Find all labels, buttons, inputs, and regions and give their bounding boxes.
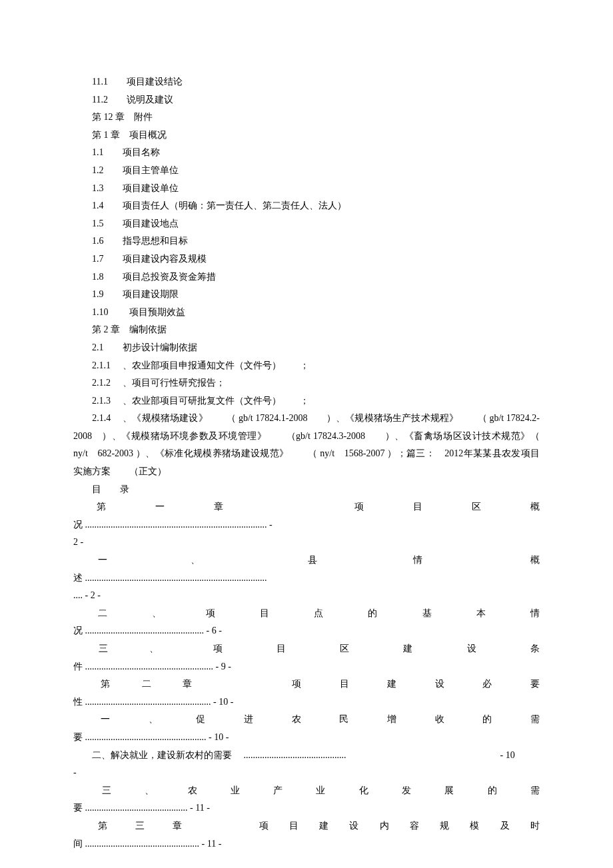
toc-entry-left: 二、解决就业，建设新农村的需要 ........................…	[73, 750, 346, 760]
toc-entry-cont: 2 -	[73, 534, 540, 552]
toc-entry: 第 三 章 项 目 建 设 内 容 规 模 及 时	[73, 817, 540, 835]
toc-line: 11.2 说明及建议	[73, 91, 540, 109]
toc-line: 1.9 项目建设期限	[73, 286, 540, 304]
toc-entry: 三 、 农 业 产 业 化 发 展 的 需	[73, 782, 540, 800]
toc-entry-cont: 要 ......................................…	[73, 729, 540, 747]
toc-entry-cont: -	[73, 764, 540, 782]
toc-entry-cont: 况 ......................................…	[73, 516, 540, 534]
toc-entry-cont: 述 ......................................…	[73, 570, 540, 588]
document-page: 11.1 项目建设结论 11.2 说明及建议 第 12 章 附件 第 1 章 项…	[0, 0, 613, 868]
toc-entry: 一 、 促 进 农 民 增 收 的 需	[73, 711, 540, 729]
toc-entry-cont: .... - 2 -	[73, 587, 540, 605]
toc-entry: 第 一 章 项 目 区 概	[73, 498, 540, 516]
toc-line: 1.5 项目建设地点	[73, 215, 540, 233]
chapter-line: 第 12 章 附件	[73, 109, 540, 127]
toc-line: 2.1.2 、项目可行性研究报告；	[73, 374, 540, 392]
toc-line: 1.3 项目建设单位	[73, 180, 540, 198]
toc-entry: 第 二 章 项 目 建 设 必 要	[73, 675, 540, 693]
toc-line: 1.6 指导思想和目标	[73, 232, 540, 250]
toc-line: 11.1 项目建设结论	[73, 73, 540, 91]
toc-line: 2.1.3 、农业部项目可研批复文件（文件号） ；	[73, 392, 540, 410]
chapter-line: 第 2 章 编制依据	[73, 321, 540, 339]
toc-heading: 目 录	[73, 481, 540, 499]
toc-line: 1.4 项目责任人（明确：第一责任人、第二责任人、法人）	[73, 197, 540, 215]
toc-entry: 一 、 县 情 概	[73, 552, 540, 570]
toc-entry: 二、解决就业，建设新农村的需要 ........................…	[73, 747, 540, 765]
toc-entry-cont: 性 ......................................…	[73, 693, 540, 711]
paragraph-standards: 2.1.4 、《规模猪场建设》 （ gb/t 17824.1-2008 ）、《规…	[73, 410, 540, 480]
chapter-line: 第 1 章 项目概况	[73, 127, 540, 145]
toc-line: 2.1 初步设计编制依据	[73, 339, 540, 357]
toc-line: 1.2 项目主管单位	[73, 162, 540, 180]
toc-line: 1.10 项目预期效益	[73, 304, 540, 322]
toc-entry-right: - 10	[348, 750, 515, 760]
toc-entry: 二 、 项 目 点 的 基 本 情	[73, 605, 540, 623]
toc-entry-cont: 况 ......................................…	[73, 622, 540, 640]
toc-entry-cont: 间 ......................................…	[73, 835, 540, 853]
toc-entry-cont: 件 ......................................…	[73, 658, 540, 676]
toc-entry: 三 、 项 目 区 建 设 条	[73, 640, 540, 658]
toc-entry-cont: 要 ......................................…	[73, 799, 540, 817]
toc-line: 1.8 项目总投资及资金筹措	[73, 268, 540, 286]
toc-line: 1.7 项目建设内容及规模	[73, 250, 540, 268]
toc-line: 2.1.1 、农业部项目申报通知文件（文件号） ；	[73, 357, 540, 375]
toc-line: 1.1 项目名称	[73, 144, 540, 162]
